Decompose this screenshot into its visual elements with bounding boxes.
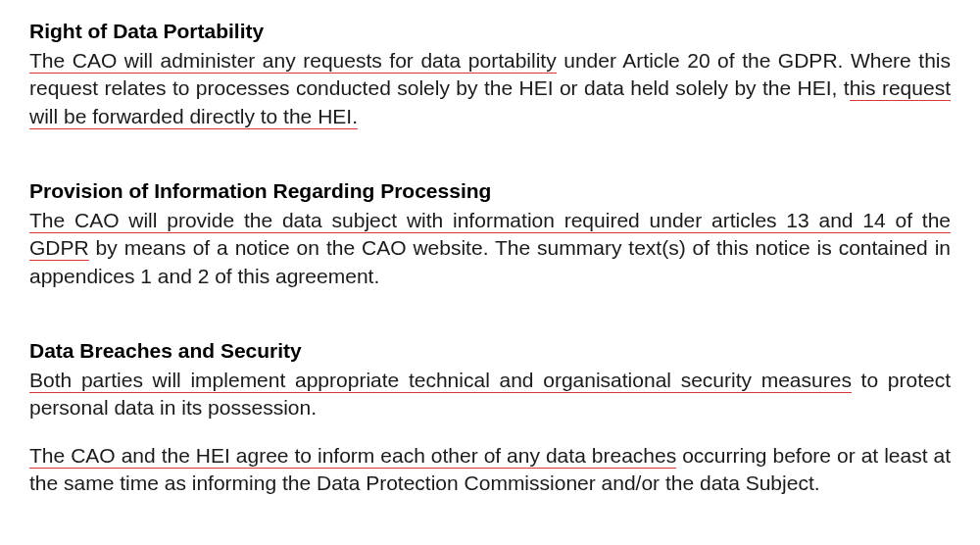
heading-right-of-data-portability: Right of Data Portability <box>29 20 951 43</box>
section-provision-of-information: Provision of Information Regarding Proce… <box>29 179 951 290</box>
highlighted-text: Both parties will implement appropriate … <box>29 369 852 393</box>
heading-provision-of-information: Provision of Information Regarding Proce… <box>29 179 951 203</box>
paragraph-breaches-2: The CAO and the HEI agree to inform each… <box>29 442 951 498</box>
section-data-breaches-security: Data Breaches and Security Both parties … <box>29 339 951 497</box>
paragraph-portability-1: The CAO will administer any requests for… <box>29 47 951 130</box>
highlighted-text: The CAO will administer any requests for… <box>29 49 557 74</box>
highlighted-text: The CAO and the HEI agree to inform each… <box>29 444 676 469</box>
section-right-of-data-portability: Right of Data Portability The CAO will a… <box>29 20 951 130</box>
body-text: by means of a notice on the CAO website.… <box>29 236 951 286</box>
heading-data-breaches-security: Data Breaches and Security <box>29 339 951 363</box>
paragraph-breaches-1: Both parties will implement appropriate … <box>29 367 951 422</box>
paragraph-provision-1: The CAO will provide the data subject wi… <box>29 207 951 290</box>
